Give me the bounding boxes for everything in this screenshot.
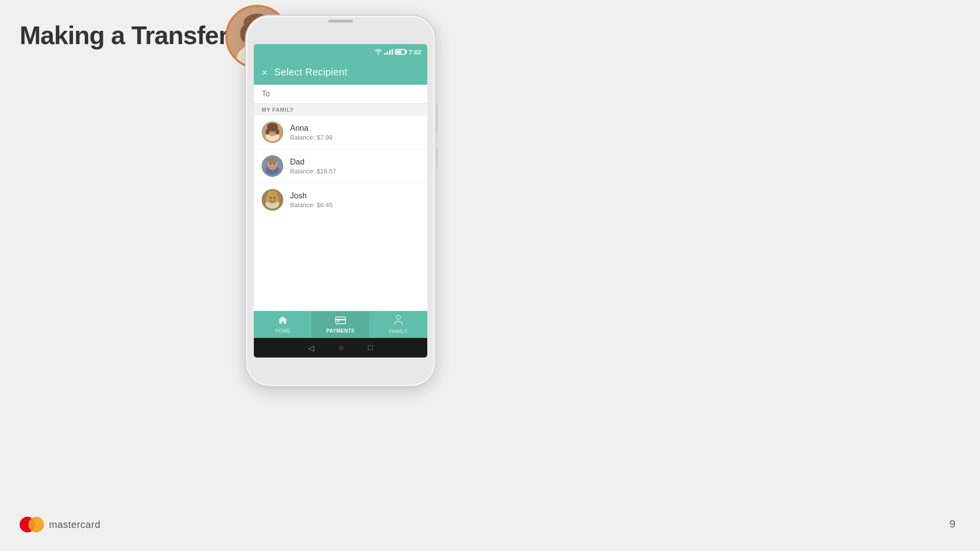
- section-header: MY FAMILY: [254, 104, 427, 116]
- phone-side-btn: [435, 104, 438, 133]
- contact-avatar-josh: [262, 189, 283, 211]
- family-icon: [393, 315, 404, 327]
- payments-icon: [335, 315, 346, 327]
- mastercard-logo: mastercard: [20, 517, 100, 532]
- svg-point-41: [396, 315, 400, 319]
- contact-list: Anna Balance: $7.98: [254, 116, 427, 311]
- signal-icon: [384, 49, 393, 55]
- contact-info-dad: Dad Balance: $16.57: [290, 158, 336, 175]
- mc-circles: [20, 517, 44, 532]
- svg-point-11: [378, 53, 379, 54]
- phone-speaker: [328, 20, 353, 23]
- status-time: 7:02: [409, 48, 421, 56]
- recent-btn[interactable]: □: [368, 343, 373, 352]
- svg-rect-40: [337, 321, 340, 322]
- svg-point-36: [270, 197, 271, 199]
- nav-label-home: HOME: [275, 328, 291, 334]
- status-icons: [374, 49, 406, 55]
- page-number: 9: [950, 518, 956, 530]
- svg-point-26: [268, 158, 277, 164]
- contact-info-josh: Josh Balance: $6.45: [290, 192, 333, 209]
- home-icon: [278, 315, 288, 327]
- to-input-container: [254, 85, 427, 104]
- svg-point-27: [270, 164, 271, 165]
- svg-point-19: [274, 130, 275, 131]
- phone-screen: 7:02 × Select Recipient MY FAMILY: [254, 44, 427, 358]
- contact-balance-anna: Balance: $7.98: [290, 134, 333, 141]
- nav-item-family[interactable]: FAMILY: [369, 311, 427, 338]
- contact-item-anna[interactable]: Anna Balance: $7.98: [254, 116, 427, 149]
- contact-name-anna: Anna: [290, 124, 333, 133]
- bottom-nav: HOME PAYMENTS: [254, 311, 427, 338]
- svg-point-35: [275, 195, 279, 202]
- svg-point-18: [270, 130, 271, 131]
- header-title: Select Recipient: [274, 67, 347, 78]
- home-btn[interactable]: ○: [339, 343, 343, 352]
- nav-label-payments: PAYMENTS: [326, 328, 355, 334]
- mc-text: mastercard: [49, 519, 100, 530]
- battery-icon: [395, 49, 406, 55]
- svg-point-28: [274, 164, 275, 165]
- contact-name-dad: Dad: [290, 158, 336, 167]
- contact-name-josh: Josh: [290, 192, 333, 200]
- to-input[interactable]: [262, 90, 419, 98]
- svg-point-33: [268, 191, 277, 197]
- contact-avatar-dad: [262, 155, 283, 177]
- page-title: Making a Transfer: [20, 21, 228, 50]
- back-btn[interactable]: ◁: [308, 343, 314, 353]
- close-button[interactable]: ×: [262, 68, 268, 77]
- nav-label-family: FAMILY: [389, 329, 408, 334]
- mc-circle-orange: [28, 517, 44, 532]
- contact-balance-dad: Balance: $16.57: [290, 168, 336, 175]
- status-bar: 7:02: [254, 44, 427, 60]
- contact-item-josh[interactable]: Josh Balance: $6.45: [254, 183, 427, 216]
- contact-avatar-anna: [262, 121, 283, 143]
- phone: 7:02 × Select Recipient MY FAMILY: [245, 15, 436, 387]
- svg-point-34: [266, 195, 270, 202]
- nav-item-home[interactable]: HOME: [254, 311, 312, 338]
- contact-info-anna: Anna Balance: $7.98: [290, 124, 333, 141]
- contact-balance-josh: Balance: $6.45: [290, 201, 333, 209]
- nav-item-payments[interactable]: PAYMENTS: [312, 311, 369, 338]
- svg-rect-39: [336, 319, 345, 320]
- wifi-icon: [374, 49, 382, 55]
- contact-item-dad[interactable]: Dad Balance: $16.57: [254, 149, 427, 183]
- phone-side-btn2: [435, 148, 438, 168]
- svg-point-37: [274, 197, 275, 199]
- app-header: × Select Recipient: [254, 60, 427, 85]
- android-nav: ◁ ○ □: [254, 338, 427, 358]
- svg-point-29: [269, 167, 276, 169]
